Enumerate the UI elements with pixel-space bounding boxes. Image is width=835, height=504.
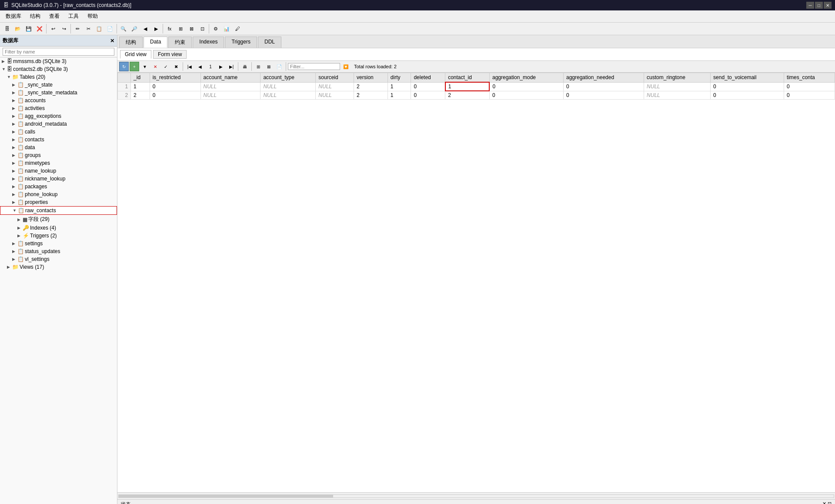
cell-1-sourceid[interactable]: NULL	[316, 82, 354, 91]
view-tab-grid[interactable]: Grid view	[120, 50, 151, 59]
cell-2-custom-ringtone[interactable]: NULL	[644, 91, 711, 100]
horizontal-scrollbar[interactable]	[117, 492, 835, 499]
col-sourceid[interactable]: sourceid	[316, 73, 354, 83]
col-account-name[interactable]: account_name	[200, 73, 261, 83]
cell-1-custom-ringtone[interactable]: NULL	[644, 82, 711, 91]
toolbar-btn-3[interactable]: 💾	[23, 23, 34, 34]
table-properties[interactable]: ▶ 📋 properties	[0, 198, 117, 206]
tab-structure[interactable]: 结构	[119, 37, 143, 48]
table-name-lookup[interactable]: ▶ 📋 name_lookup	[0, 167, 117, 175]
table-contacts[interactable]: ▶ 📋 contacts	[0, 136, 117, 144]
col-times-conta[interactable]: times_conta	[784, 73, 835, 83]
table-calls[interactable]: ▶ 📋 calls	[0, 128, 117, 136]
add-row-button[interactable]: +	[130, 62, 139, 71]
raw-contacts-indexes[interactable]: ▶ 🔑 Indexes (4)	[0, 224, 117, 232]
toolbar-btn-19[interactable]: 📊	[221, 23, 232, 34]
panel-close-icon[interactable]: ✕	[110, 38, 114, 44]
tab-ddl[interactable]: DDL	[258, 37, 281, 48]
toolbar-btn-14[interactable]: ▶	[151, 23, 161, 34]
tab-data[interactable]: Data	[144, 37, 167, 48]
cell-1-dirty[interactable]: 1	[387, 82, 411, 91]
col-deleted[interactable]: deleted	[411, 73, 445, 83]
col-aggregation-mode[interactable]: aggregation_mode	[489, 73, 563, 83]
data-filter-input[interactable]	[288, 63, 340, 70]
data-area[interactable]: _id is_restricted account_name account_t…	[117, 73, 835, 492]
cell-2-contact-id[interactable]: 2	[445, 91, 490, 100]
refresh-button[interactable]: ↻	[119, 62, 129, 71]
close-button[interactable]: ✕	[824, 2, 832, 9]
col-version[interactable]: version	[354, 73, 388, 83]
toolbar-btn-18[interactable]: ⚙	[210, 23, 221, 34]
rollback-button[interactable]: ✖	[171, 62, 181, 71]
col-custom-ringtone[interactable]: custom_ringtone	[644, 73, 711, 83]
menu-help[interactable]: 帮助	[84, 11, 102, 21]
table-sync-state[interactable]: ▶ 📋 _sync_state	[0, 81, 117, 89]
toolbar-btn-13[interactable]: ◀	[140, 23, 150, 34]
script-button[interactable]: 📄	[274, 62, 284, 71]
db-mmssms[interactable]: ▶ 🗄 mmssms.db (SQLite 3)	[0, 57, 117, 65]
menu-view[interactable]: 查看	[45, 11, 63, 21]
filter-options[interactable]: 🔽	[341, 62, 351, 71]
views-folder[interactable]: ▶ 📁 Views (17)	[0, 263, 117, 271]
table-groups[interactable]: ▶ 📋 groups	[0, 151, 117, 159]
last-page-button[interactable]: ▶|	[227, 62, 236, 71]
tab-constraints[interactable]: 约束	[168, 37, 192, 48]
toolbar-btn-2[interactable]: 📂	[13, 23, 23, 34]
toolbar-btn-fx[interactable]: fx	[164, 23, 175, 34]
raw-contacts-fields[interactable]: ▶ ▦ 字段 (29)	[0, 215, 117, 224]
view-tab-form[interactable]: Form view	[153, 50, 187, 59]
cell-1-times-conta[interactable]: 0	[784, 82, 835, 91]
col-send-to-voicemail[interactable]: send_to_voicemail	[711, 73, 784, 83]
toolbar-btn-1[interactable]: 🗄	[2, 23, 12, 34]
print-button[interactable]: 🖶	[240, 62, 250, 71]
toolbar-btn-20[interactable]: 🖊	[232, 23, 243, 34]
toolbar-btn-8[interactable]: ✂	[83, 23, 94, 34]
cell-2-is-restricted[interactable]: 0	[150, 91, 200, 100]
col-account-type[interactable]: account_type	[261, 73, 316, 83]
cell-2-account-name[interactable]: NULL	[200, 91, 261, 100]
cell-2-sourceid[interactable]: NULL	[316, 91, 354, 100]
table-android-metadata[interactable]: ▶ 📋 android_metadata	[0, 120, 117, 128]
maximize-button[interactable]: □	[815, 2, 823, 9]
cell-1-send-to-voicemail[interactable]: 0	[711, 82, 784, 91]
delete-row-button[interactable]: ✕	[150, 62, 160, 71]
table-sync-state-meta[interactable]: ▶ 📋 _sync_state_metadata	[0, 89, 117, 97]
commit-button[interactable]: ✓	[161, 62, 170, 71]
prev-page-button[interactable]: ◀	[195, 62, 205, 71]
status-icons[interactable]: ✕ ⊡	[822, 501, 832, 504]
cell-1-deleted[interactable]: 0	[411, 82, 445, 91]
table-data[interactable]: ▶ 📋 data	[0, 144, 117, 151]
table-settings[interactable]: ▶ 📋 settings	[0, 240, 117, 247]
cell-1-aggregation-mode[interactable]: 0	[489, 82, 563, 91]
menu-tools[interactable]: 工具	[64, 11, 83, 21]
cell-1-is-restricted[interactable]: 0	[150, 82, 200, 91]
page-num-button[interactable]: 1	[206, 62, 215, 71]
table-packages[interactable]: ▶ 📋 packages	[0, 183, 117, 190]
cell-2-aggregation-needed[interactable]: 0	[564, 91, 644, 100]
table-activities[interactable]: ▶ 📋 activities	[0, 104, 117, 112]
cell-1-account-name[interactable]: NULL	[200, 82, 261, 91]
cell-1-aggregation-needed[interactable]: 0	[564, 82, 644, 91]
import-button[interactable]: ⊠	[264, 62, 274, 71]
export-button[interactable]: ⊞	[254, 62, 263, 71]
cell-2-send-to-voicemail[interactable]: 0	[711, 91, 784, 100]
cell-2-account-type[interactable]: NULL	[261, 91, 316, 100]
col-is-restricted[interactable]: is_restricted	[150, 73, 200, 83]
next-page-button[interactable]: ▶	[216, 62, 226, 71]
cell-2-times-conta[interactable]: 0	[784, 91, 835, 100]
col-id[interactable]: _id	[131, 73, 150, 83]
col-dirty[interactable]: dirty	[387, 73, 411, 83]
table-phone-lookup[interactable]: ▶ 📋 phone_lookup	[0, 190, 117, 198]
col-aggregation-needed[interactable]: aggregation_needed	[564, 73, 644, 83]
table-raw-contacts[interactable]: ▼ 📋 raw_contacts	[0, 206, 117, 215]
cell-2-id[interactable]: 2	[131, 91, 150, 100]
table-status-updates[interactable]: ▶ 📋 status_updates	[0, 247, 117, 255]
toolbar-btn-5[interactable]: ↩	[48, 23, 58, 34]
raw-contacts-triggers[interactable]: ▶ ⚡ Triggers (2)	[0, 232, 117, 240]
table-vl-settings[interactable]: ▶ 📋 vl_settings	[0, 255, 117, 263]
minimize-button[interactable]: ─	[806, 2, 814, 9]
cell-2-dirty[interactable]: 1	[387, 91, 411, 100]
tab-triggers[interactable]: Triggers	[225, 37, 257, 48]
toolbar-btn-9[interactable]: 📋	[94, 23, 104, 34]
table-accounts[interactable]: ▶ 📋 accounts	[0, 97, 117, 104]
